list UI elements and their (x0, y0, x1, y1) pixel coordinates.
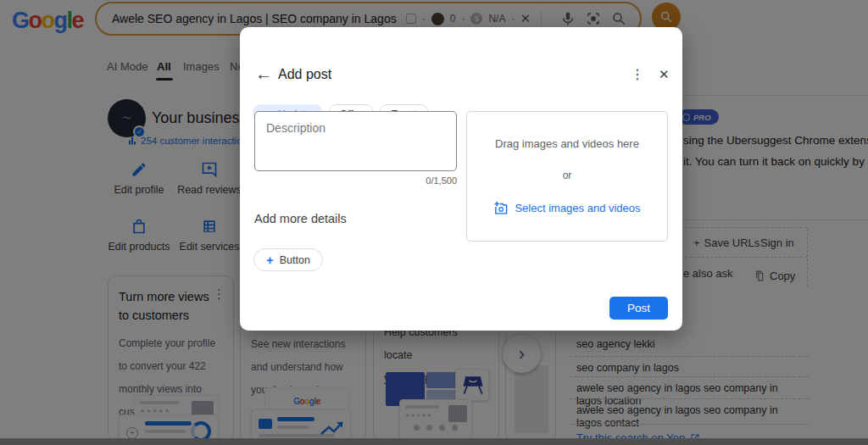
close-icon[interactable]: ✕ (659, 67, 670, 82)
dialog-menu-icon[interactable]: ⋮ (631, 66, 644, 82)
add-more-details-label: Add more details (254, 212, 347, 225)
plus-icon: + (266, 253, 274, 267)
select-media-link[interactable]: Select images and videos (493, 201, 640, 215)
back-icon[interactable]: ← (255, 64, 272, 84)
dialog-title: Add post (278, 67, 331, 82)
or-label: or (563, 170, 572, 181)
description-input[interactable] (254, 111, 457, 171)
add-post-dialog: ← Add post ⋮ ✕ ✓ Update Offer Event 0/1,… (240, 27, 682, 331)
drag-hint: Drag images and videos here (495, 137, 639, 150)
add-photo-icon (493, 201, 508, 215)
screen: Google Awele SEO agency in Lagos | SEO c… (0, 0, 868, 445)
character-counter: 0/1,500 (254, 175, 457, 186)
add-button-chip[interactable]: + Button (253, 248, 323, 271)
post-button[interactable]: Post (609, 297, 668, 320)
media-drop-zone[interactable]: Drag images and videos here or Select im… (466, 111, 668, 242)
